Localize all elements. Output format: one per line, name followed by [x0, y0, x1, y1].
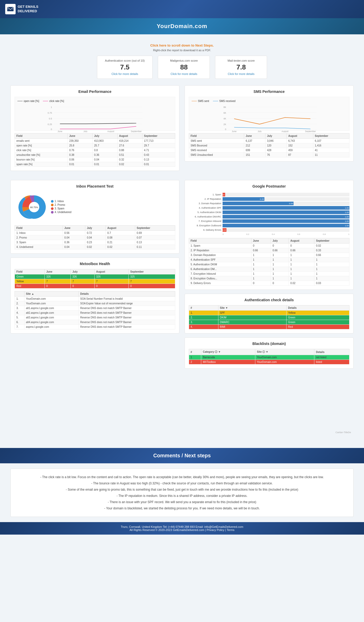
- svg-text:8K: 8K: [224, 106, 226, 108]
- score-mailtester: Mail-tester.com score 7.8 Click for more…: [215, 56, 267, 79]
- sms-table-th-3: August: [287, 133, 313, 139]
- post-th-1: June: [251, 238, 271, 243]
- table-row: 4. Authentication SPF1111: [189, 258, 349, 262]
- table-row: 3.alt1.aspmx.l.google.comReverse DNS doe…: [15, 306, 175, 311]
- auth-th-0: #: [189, 305, 218, 311]
- mxtoolbox-details-table: Site ▲ Details 1.YourDomain.comSOA Seria…: [15, 291, 175, 329]
- bl-th-3: Details: [314, 349, 349, 355]
- table-row: SMS sent6,1373,0466,7436,107: [189, 139, 349, 143]
- sms-chart-legend: SMS sent SMS received: [192, 100, 347, 102]
- mxtoolbox-title: Mxtoolbox Health: [15, 262, 175, 266]
- table-row: unsubscribe rate [%]0.380.360.510.43: [15, 153, 175, 157]
- svg-text:June: June: [57, 130, 62, 132]
- scroll-link[interactable]: Click here to scroll down to Next Steps.: [150, 43, 214, 47]
- table-row: 7. Encryption Inbound1111: [189, 272, 349, 276]
- email-data-table: Field June July August September emails …: [15, 133, 175, 167]
- table-row: 8. Encryption Outbou...1111: [189, 276, 349, 281]
- table-row: Green326326326325: [15, 274, 175, 279]
- sms-table-th-4: September: [313, 133, 349, 139]
- inbox-placement-title: Inbox Placement Test: [15, 184, 175, 188]
- score-mailtester-label: Mail-tester.com score: [223, 59, 259, 62]
- table-row: 5.alt3.aspmx.l.google.comReverse DNS doe…: [15, 315, 175, 320]
- legend-click-rate: click rate [%]: [43, 100, 64, 102]
- bar-row: 8. Encryption Outbound1.00: [189, 224, 349, 227]
- score-auth-value: 7.5: [105, 63, 145, 71]
- footer-line1: Truro, Cornwall, United Kingdom Tel: (+4…: [3, 525, 361, 528]
- score-mailtester-link[interactable]: Click for more details: [223, 72, 259, 75]
- bar-row: 2. IP Reputation0.33: [189, 197, 349, 201]
- mxt-det-th-0: [15, 291, 24, 297]
- score-mailgenius-value: 88: [166, 63, 202, 71]
- email-table-th-3: August: [117, 133, 142, 139]
- mxt-th-2: July: [71, 269, 94, 274]
- blacklists-title: Blacklists (domain): [189, 342, 349, 346]
- sms-performance-col: SMS Performance SMS sent SMS received: [185, 85, 354, 175]
- svg-text:August: August: [107, 130, 114, 132]
- svg-text:July: July: [258, 130, 262, 132]
- svg-text:6K: 6K: [224, 112, 226, 114]
- sms-chart-svg: 8K 6K 4K 2K 0 June July August September: [192, 104, 347, 132]
- table-row: 1BarracudaYourDomain.comnot listed: [189, 355, 349, 360]
- legend-sms-sent: SMS sent: [192, 100, 209, 102]
- sms-table-th-0: Field: [189, 133, 244, 139]
- table-row: 5. Authentication DKIM1111: [189, 262, 349, 267]
- footer-line2: All Rights Reserved © 2020-2023 GetEmail…: [3, 528, 361, 531]
- pie-container: 68.75% 1. Inbox 2. Promo 3: [15, 191, 175, 223]
- table-row: SMS Bounced2121201521,416: [189, 143, 349, 148]
- domain-title: YourDomain.com: [157, 23, 207, 29]
- table-row: emails sent239,350413,903419,214177,713: [15, 139, 175, 143]
- bar-row: 1. Spam0.02: [189, 193, 349, 196]
- table-row: bounce rate [%]0.060.040.320.13: [15, 157, 175, 162]
- inbox-th-4: September: [135, 226, 175, 231]
- table-row: 6. Authentication DM...1111: [189, 267, 349, 272]
- sms-table-th-1: June: [244, 133, 265, 139]
- mxt-th-3: August: [94, 269, 128, 274]
- svg-text:September: September: [131, 130, 142, 132]
- inbox-th-2: July: [85, 226, 106, 231]
- table-row: 2.YourDomain.comSOA Expire Value out of …: [15, 301, 175, 306]
- table-row: 1.YourDomain.comSOA Serial Number Format…: [15, 297, 175, 301]
- mxt-det-th-1: Site ▲: [24, 291, 79, 297]
- svg-text:68.75%: 68.75%: [30, 206, 38, 209]
- inbox-postmaster-row: Inbox Placement Test: [10, 180, 354, 373]
- mxt-th-0: Field: [15, 269, 45, 274]
- mxtoolbox-health-table: Field June July August September Green32…: [15, 269, 175, 288]
- bl-th-0: #: [189, 349, 201, 355]
- next-steps-banner: Comments / Next steps: [0, 448, 364, 463]
- score-mailgenius: Mailgenius.com score 88 Click for more d…: [158, 56, 210, 79]
- svg-text:0: 0: [51, 128, 52, 131]
- score-mailgenius-label: Mailgenius.com score: [166, 59, 202, 62]
- post-th-4: September: [314, 238, 349, 243]
- next-step-2: - The bounce rate in August was too high…: [18, 480, 346, 486]
- table-row: Yellow7777: [15, 279, 175, 284]
- email-table-th-1: June: [68, 133, 93, 139]
- inbox-th-3: August: [106, 226, 135, 231]
- bar-row: 9. Delivery Errors0.03: [189, 228, 349, 232]
- legend-sms-received: SMS received: [213, 100, 235, 102]
- svg-text:2K: 2K: [224, 123, 226, 126]
- svg-text:June: June: [232, 130, 237, 132]
- postmaster-col: Google Postmaster 1. Spam0.022. IP Reput…: [185, 180, 354, 373]
- inbox-th-1: June: [63, 226, 85, 231]
- score-auth-link[interactable]: Click for more details: [105, 72, 145, 75]
- email-performance-col: Email Performance open rate [%] click ra…: [10, 85, 179, 175]
- pie-legend-undelivered: 4. Undelivered: [51, 211, 71, 214]
- email-table-th-2: July: [93, 133, 118, 139]
- post-th-2: July: [271, 238, 289, 243]
- blacklists-card: Blacklists (domain) # Category ⓘ ▼ Site …: [185, 337, 354, 369]
- logo-text: GET EMAILS DELIVERED: [18, 5, 38, 14]
- score-mailtester-value: 7.8: [223, 63, 259, 71]
- table-row: 3. Domain Reputation1110.66: [189, 253, 349, 258]
- email-chart-legend: open rate [%] click rate [%]: [17, 100, 172, 102]
- scores-row: Authentication score (out of 10) 7.5 Cli…: [10, 56, 354, 79]
- mxt-det-th-2: Details: [79, 291, 175, 297]
- svg-text:July: July: [83, 130, 88, 132]
- auth-th-2: Details: [287, 305, 349, 311]
- svg-text:0.5: 0.5: [49, 117, 52, 120]
- legend-open-rate: open rate [%]: [17, 100, 39, 102]
- mxt-th-4: September: [129, 269, 175, 274]
- score-mailgenius-link[interactable]: Click for more details: [166, 72, 202, 75]
- postmaster-card: Google Postmaster 1. Spam0.022. IP Reput…: [185, 180, 354, 290]
- domain-banner: YourDomain.com: [0, 18, 364, 34]
- pie-legend-spam: 3. Spam: [51, 207, 71, 210]
